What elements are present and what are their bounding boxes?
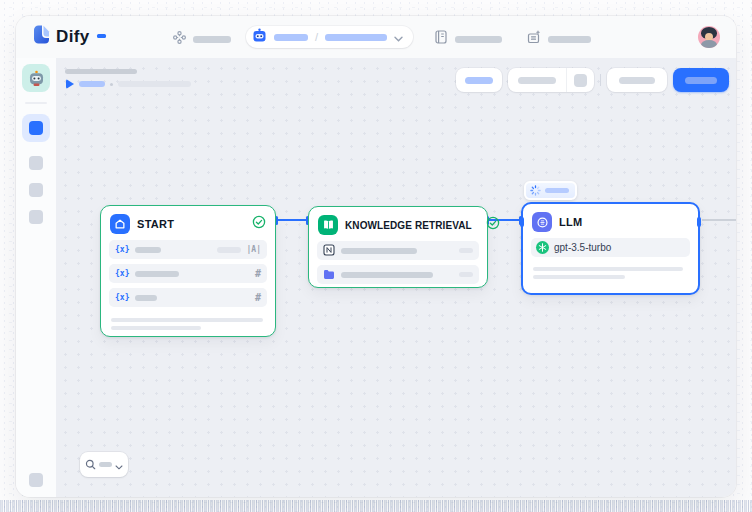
search-icon (85, 456, 96, 474)
book-icon (318, 215, 338, 235)
node-title: LLM (559, 216, 583, 228)
play-icon (66, 79, 74, 89)
workflow-title-skeleton (65, 69, 137, 74)
skeleton-bar (111, 318, 263, 322)
run-app-button[interactable] (456, 68, 502, 92)
zoom-value-skeleton (99, 462, 112, 467)
variable-icon: {x} (115, 245, 129, 254)
run-meta-skeleton (118, 81, 191, 87)
sidebar-item-2[interactable] (29, 156, 43, 170)
notion-doc-icon (323, 242, 335, 260)
run-status-row[interactable] (66, 79, 191, 89)
zoom-control[interactable] (80, 452, 128, 477)
sidebar-item-active[interactable] (22, 114, 50, 142)
type-number-icon: # (255, 268, 261, 279)
variable-row: {x} # (109, 288, 267, 307)
workflow-icon (173, 30, 186, 48)
screenshot-stage: Dify _ (0, 0, 752, 512)
dot-separator (110, 83, 113, 86)
nav-label-skeleton (193, 36, 231, 43)
variable-row: {x} |A| (109, 240, 267, 259)
folder-icon (323, 266, 335, 284)
docs-icon (435, 30, 447, 48)
node-title: START (137, 218, 174, 230)
dify-app-window: Dify _ (16, 16, 736, 497)
variable-icon: {x} (115, 269, 129, 278)
sidebar-item-3[interactable] (29, 183, 43, 197)
openai-icon (536, 241, 549, 254)
model-name: gpt-3.5-turbo (554, 242, 611, 253)
llm-icon (532, 212, 552, 232)
model-row: gpt-3.5-turbo (531, 238, 690, 257)
variable-row: {x} # (109, 264, 267, 283)
app-name-skeleton (325, 34, 387, 41)
app-breadcrumb-pill[interactable]: / (246, 26, 413, 48)
toggle-icon (574, 74, 587, 87)
background-noise (0, 500, 752, 512)
home-icon (110, 214, 130, 234)
node-title: KNOWLEDGE RETRIEVAL (345, 220, 472, 231)
chevron-down-icon[interactable] (115, 456, 123, 474)
nav-workflow[interactable] (173, 30, 231, 48)
logo[interactable]: Dify _ (33, 25, 106, 48)
node-knowledge-retrieval[interactable]: KNOWLEDGE RETRIEVAL (308, 206, 488, 288)
avatar[interactable] (698, 26, 720, 48)
sidebar (16, 58, 56, 497)
explore-icon (527, 30, 541, 48)
edge-start-to-kr[interactable] (275, 219, 309, 221)
sidebar-item-4[interactable] (29, 210, 43, 224)
logo-underscore: _ (97, 34, 106, 38)
restore-button[interactable] (607, 68, 667, 92)
check-circle-icon (486, 216, 500, 234)
run-label-skeleton (79, 81, 105, 87)
publish-button[interactable] (673, 68, 729, 92)
nav-explore[interactable] (527, 30, 591, 48)
running-badge (524, 181, 577, 200)
workflow-canvas[interactable]: START {x} |A| (56, 58, 736, 497)
app-header: Dify _ (16, 16, 736, 58)
node-start[interactable]: START {x} |A| (100, 205, 276, 337)
explore-label-skeleton (548, 36, 591, 43)
type-string-icon: |A| (247, 245, 261, 254)
sidebar-app-icon[interactable] (22, 64, 50, 92)
check-circle-icon (252, 215, 266, 233)
badge-label-skeleton (545, 188, 569, 193)
edge-llm-out[interactable] (702, 219, 736, 221)
skeleton-bar (533, 275, 625, 279)
breadcrumb-separator: / (315, 31, 318, 43)
spinner-icon (530, 182, 541, 200)
robot-icon (252, 28, 267, 47)
type-number-icon: # (255, 292, 261, 303)
app-body: START {x} |A| (16, 58, 736, 497)
dify-logo-icon (33, 25, 50, 48)
output-handle[interactable] (697, 217, 701, 227)
docs-label-skeleton (455, 36, 502, 43)
view-toggle-button[interactable] (508, 68, 594, 92)
node-llm[interactable]: LLM gpt-3.5-turbo (521, 202, 700, 295)
chevron-down-icon[interactable] (394, 28, 403, 46)
skeleton-bar (533, 267, 683, 271)
dataset-row (317, 265, 479, 284)
robot-emoji-icon (28, 70, 45, 87)
sidebar-item-settings[interactable] (29, 473, 43, 487)
toolbar-separator (600, 74, 601, 86)
canvas-toolbar (456, 68, 729, 92)
skeleton-bar (111, 326, 201, 330)
input-handle[interactable] (520, 217, 524, 227)
sidebar-divider (25, 102, 47, 104)
dataset-row (317, 241, 479, 260)
variable-icon: {x} (115, 293, 129, 302)
nav-docs[interactable] (435, 30, 502, 48)
workspace-name-skeleton (274, 34, 308, 41)
app-name: Dify (56, 27, 90, 47)
